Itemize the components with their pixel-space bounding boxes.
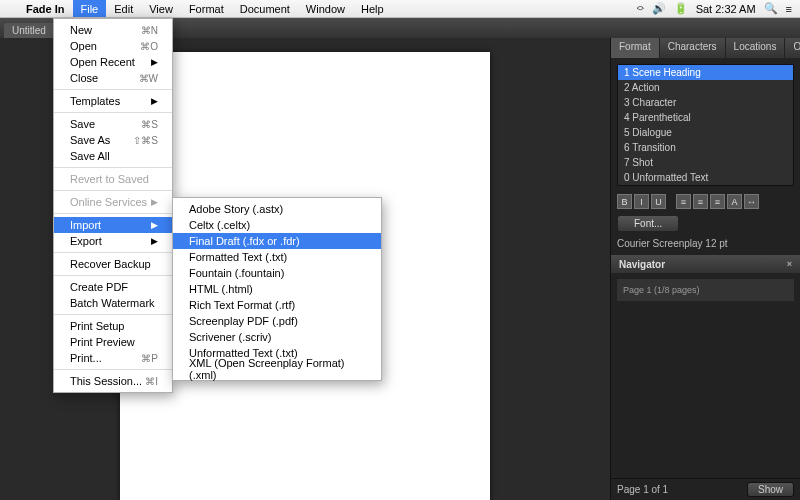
- import-item-adobe-story-astx[interactable]: Adobe Story (.astx): [173, 201, 381, 217]
- style-toolbar: B I U ≡ ≡ ≡ A ↔: [617, 194, 794, 209]
- submenu-arrow-icon: ▶: [151, 236, 158, 246]
- import-item-xml-open-screenplay-format-xml[interactable]: XML (Open Screenplay Format) (.xml): [173, 361, 381, 377]
- menu-item-open-recent[interactable]: Open Recent▶: [54, 54, 172, 70]
- menu-item-new[interactable]: New⌘N: [54, 22, 172, 38]
- submenu-arrow-icon: ▶: [151, 96, 158, 106]
- import-item-fountain-fountain[interactable]: Fountain (.fountain): [173, 265, 381, 281]
- menu-item-print-[interactable]: Print...⌘P: [54, 350, 172, 366]
- tab-locations[interactable]: Locations: [726, 38, 786, 58]
- element-character[interactable]: 3 Character: [618, 95, 793, 110]
- spacing-button[interactable]: ↔: [744, 194, 759, 209]
- font-description: Courier Screenplay 12 pt: [617, 238, 794, 249]
- element-shot[interactable]: 7 Shot: [618, 155, 793, 170]
- mac-menubar: Fade In File Edit View Format Document W…: [0, 0, 800, 18]
- element-unformatted[interactable]: 0 Unformatted Text: [618, 170, 793, 185]
- menu-item-open[interactable]: Open⌘O: [54, 38, 172, 54]
- import-item-screenplay-pdf-pdf[interactable]: Screenplay PDF (.pdf): [173, 313, 381, 329]
- element-scene-heading[interactable]: 1 Scene Heading: [618, 65, 793, 80]
- tab-characters[interactable]: Characters: [660, 38, 726, 58]
- menu-item-recover-backup[interactable]: Recover Backup: [54, 256, 172, 272]
- sidebar-tabs: Format Characters Locations Other: [611, 38, 800, 58]
- format-panel: 1 Scene Heading 2 Action 3 Character 4 P…: [611, 58, 800, 255]
- notification-icon[interactable]: ≡: [786, 3, 792, 15]
- import-item-rich-text-format-rtf[interactable]: Rich Text Format (.rtf): [173, 297, 381, 313]
- navigator-panel: Page 1 (1/8 pages): [611, 273, 800, 478]
- import-item-final-draft-fdx-or-fdr[interactable]: Final Draft (.fdx or .fdr): [173, 233, 381, 249]
- menu-file[interactable]: File: [73, 0, 107, 17]
- tab-title: Untitled: [12, 25, 46, 36]
- menu-item-print-preview[interactable]: Print Preview: [54, 334, 172, 350]
- import-submenu: Adobe Story (.astx)Celtx (.celtx)Final D…: [172, 197, 382, 381]
- file-menu-dropdown: New⌘NOpen⌘OOpen Recent▶Close⌘WTemplates▶…: [53, 18, 173, 393]
- clock[interactable]: Sat 2:32 AM: [696, 3, 756, 15]
- menu-document[interactable]: Document: [232, 0, 298, 17]
- submenu-arrow-icon: ▶: [151, 220, 158, 230]
- import-item-celtx-celtx[interactable]: Celtx (.celtx): [173, 217, 381, 233]
- menu-item-create-pdf[interactable]: Create PDF: [54, 279, 172, 295]
- spotlight-icon[interactable]: 🔍: [764, 2, 778, 15]
- menu-item-export[interactable]: Export▶: [54, 233, 172, 249]
- submenu-arrow-icon: ▶: [151, 57, 158, 67]
- element-dialogue[interactable]: 5 Dialogue: [618, 125, 793, 140]
- menu-item-revert-to-saved: Revert to Saved: [54, 171, 172, 187]
- status-area: ⌔ 🔊 🔋 Sat 2:32 AM 🔍 ≡: [637, 2, 800, 15]
- align-center-button[interactable]: ≡: [693, 194, 708, 209]
- element-transition[interactable]: 6 Transition: [618, 140, 793, 155]
- menu-item-import[interactable]: Import▶: [54, 217, 172, 233]
- menu-edit[interactable]: Edit: [106, 0, 141, 17]
- menu-item-save-as[interactable]: Save As⇧⌘S: [54, 132, 172, 148]
- bold-button[interactable]: B: [617, 194, 632, 209]
- underline-button[interactable]: U: [651, 194, 666, 209]
- navigator-header[interactable]: Navigator ×: [611, 255, 800, 273]
- italic-button[interactable]: I: [634, 194, 649, 209]
- navigator-footer: Page 1 of 1 Show: [611, 478, 800, 500]
- import-item-html-html[interactable]: HTML (.html): [173, 281, 381, 297]
- battery-icon[interactable]: 🔋: [674, 2, 688, 15]
- wifi-icon[interactable]: ⌔: [637, 3, 644, 15]
- menu-item-save[interactable]: Save⌘S: [54, 116, 172, 132]
- show-button[interactable]: Show: [747, 482, 794, 497]
- page-indicator: Page 1 of 1: [617, 484, 668, 495]
- right-sidebar: Format Characters Locations Other 1 Scen…: [610, 38, 800, 500]
- speaker-icon[interactable]: 🔊: [652, 2, 666, 15]
- align-left-button[interactable]: ≡: [676, 194, 691, 209]
- import-item-formatted-text-txt[interactable]: Formatted Text (.txt): [173, 249, 381, 265]
- menu-item-save-all[interactable]: Save All: [54, 148, 172, 164]
- case-button[interactable]: A: [727, 194, 742, 209]
- menu-item-online-services: Online Services▶: [54, 194, 172, 210]
- menu-window[interactable]: Window: [298, 0, 353, 17]
- menu-item-templates[interactable]: Templates▶: [54, 93, 172, 109]
- font-button[interactable]: Font...: [617, 215, 679, 232]
- element-action[interactable]: 2 Action: [618, 80, 793, 95]
- menu-item-close[interactable]: Close⌘W: [54, 70, 172, 86]
- element-list[interactable]: 1 Scene Heading 2 Action 3 Character 4 P…: [617, 64, 794, 186]
- menu-item-print-setup[interactable]: Print Setup: [54, 318, 172, 334]
- align-right-button[interactable]: ≡: [710, 194, 725, 209]
- menu-help[interactable]: Help: [353, 0, 392, 17]
- app-name[interactable]: Fade In: [18, 3, 73, 15]
- tab-other[interactable]: Other: [785, 38, 800, 58]
- submenu-arrow-icon: ▶: [151, 197, 158, 207]
- navigator-title: Navigator: [619, 259, 665, 270]
- import-item-scrivener-scriv[interactable]: Scrivener (.scriv): [173, 329, 381, 345]
- menu-view[interactable]: View: [141, 0, 181, 17]
- menu-item-batch-watermark[interactable]: Batch Watermark: [54, 295, 172, 311]
- page-thumbnail[interactable]: Page 1 (1/8 pages): [617, 279, 794, 301]
- menu-item-this-session-[interactable]: This Session...⌘I: [54, 373, 172, 389]
- panel-close-icon[interactable]: ×: [787, 259, 792, 269]
- tab-format[interactable]: Format: [611, 38, 660, 58]
- menu-format[interactable]: Format: [181, 0, 232, 17]
- element-parenthetical[interactable]: 4 Parenthetical: [618, 110, 793, 125]
